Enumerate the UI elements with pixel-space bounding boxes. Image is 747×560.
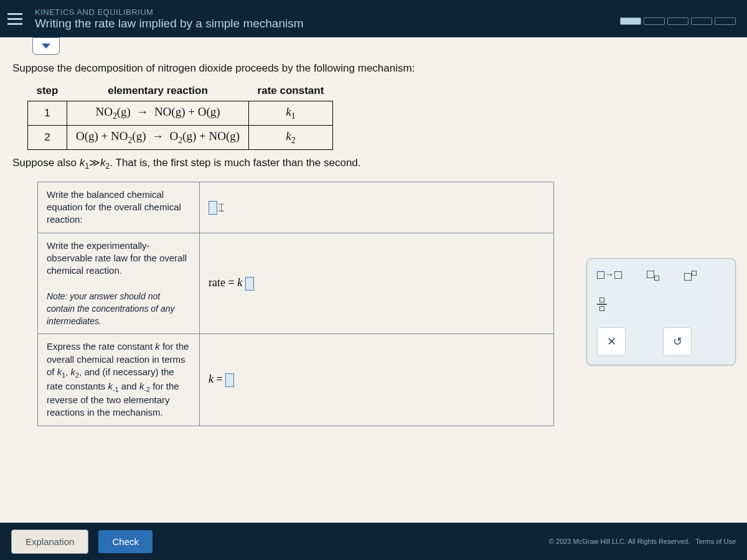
mech-row-2: 2 O(g) + NO2(g) → O2(g) + NO(g) k2 xyxy=(28,125,333,149)
top-bar: KINETICS AND EQUILIBRIUM Writing the rat… xyxy=(0,0,747,37)
rate-placeholder-icon xyxy=(245,277,254,291)
progress-indicator xyxy=(620,17,736,25)
text-cursor-icon: ⌶ xyxy=(218,202,224,213)
hamburger-menu-icon[interactable] xyxy=(7,13,22,25)
chevron-down-icon xyxy=(42,44,50,49)
input-rate-constant[interactable]: k = xyxy=(200,334,554,426)
check-button[interactable]: Check xyxy=(98,530,153,553)
question-area: Suppose the decomposition of nitrogen di… xyxy=(0,37,747,560)
reaction-1: NO2(g) → NO(g) + O(g) xyxy=(67,101,248,126)
arrow-tool[interactable]: → xyxy=(597,269,622,280)
answer-table: Write the balanced chemical equation for… xyxy=(37,182,554,426)
clear-button[interactable]: ✕ xyxy=(597,327,626,356)
mech-row-1: 1 NO2(g) → NO(g) + O(g) k1 xyxy=(28,101,333,126)
prompt-rate-law: Write the experimentally-observable rate… xyxy=(38,233,200,334)
col-step: step xyxy=(28,81,67,101)
k-placeholder-icon xyxy=(225,373,234,387)
terms-link[interactable]: Terms of Use xyxy=(695,538,736,545)
reset-button[interactable]: ↺ xyxy=(663,327,692,356)
question-hint: Suppose also k1≫k2. That is, the first s… xyxy=(12,156,735,170)
fraction-tool[interactable] xyxy=(597,297,607,310)
question-intro: Suppose the decomposition of nitrogen di… xyxy=(12,62,735,75)
prompt-rate-constant: Express the rate constant k for the over… xyxy=(38,334,200,426)
k1: k1 xyxy=(249,101,333,126)
col-reaction: elementary reaction xyxy=(67,81,248,101)
prompt-overall-equation: Write the balanced chemical equation for… xyxy=(38,182,200,233)
copyright: © 2023 McGraw Hill LLC. All Rights Reser… xyxy=(549,538,736,545)
col-k: rate constant xyxy=(249,81,333,101)
equation-placeholder-icon xyxy=(209,201,217,215)
subscript-tool[interactable] xyxy=(647,268,659,281)
page-title: Writing the rate law implied by a simple… xyxy=(35,17,304,30)
x-icon: ✕ xyxy=(607,335,616,348)
breadcrumb: KINETICS AND EQUILIBRIUM xyxy=(35,7,304,17)
superscript-tool[interactable] xyxy=(684,268,697,281)
input-overall-equation[interactable]: ⌶ xyxy=(200,182,554,233)
input-rate-law[interactable]: rate = k xyxy=(200,233,554,334)
question-dropdown-toggle[interactable] xyxy=(32,37,60,55)
mechanism-table: step elementary reaction rate constant 1… xyxy=(27,81,333,150)
k2: k2 xyxy=(249,125,333,149)
reaction-2: O(g) + NO2(g) → O2(g) + NO(g) xyxy=(67,125,248,149)
bottom-bar: Explanation Check © 2023 McGraw Hill LLC… xyxy=(0,523,747,560)
reset-icon: ↺ xyxy=(673,335,682,348)
explanation-button[interactable]: Explanation xyxy=(11,530,88,554)
equation-tool-panel: → ✕ ↺ xyxy=(586,258,736,365)
